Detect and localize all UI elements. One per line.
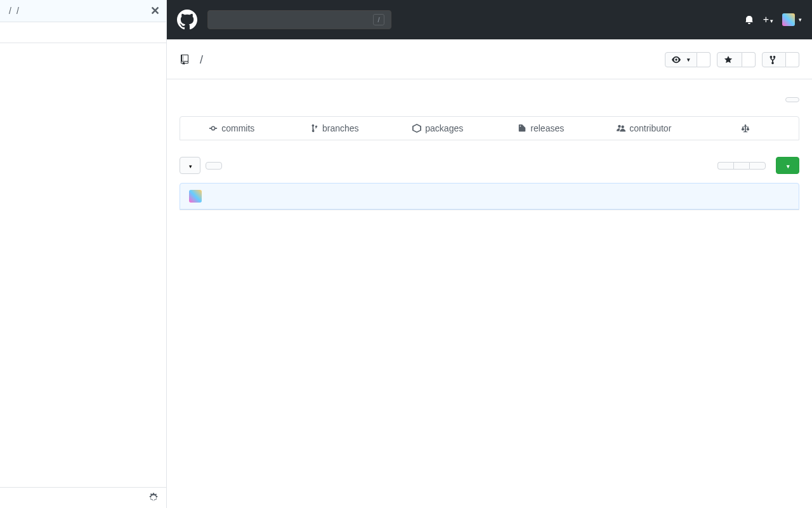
clone-download-button[interactable]: ▾ [776, 157, 799, 174]
watch-button-group: ▾ [665, 52, 710, 67]
upload-files-button[interactable] [733, 162, 749, 170]
create-new-file-button[interactable] [717, 162, 733, 170]
file-list [180, 210, 799, 210]
gitako-sidebar: / / ✕ [0, 0, 167, 508]
commit-avatar[interactable] [189, 190, 202, 203]
fork-button-group [762, 52, 799, 67]
repo-title: / [180, 53, 207, 67]
create-new-dropdown[interactable]: +▾ [763, 14, 773, 25]
github-header: / +▾ ▾ [167, 0, 812, 39]
close-icon[interactable]: ✕ [150, 4, 160, 18]
sidebar-footer [0, 487, 166, 508]
license-stat[interactable] [696, 117, 799, 140]
repo-header: / ▾ [167, 39, 812, 67]
slash-key-icon: / [373, 14, 384, 25]
notifications-icon[interactable] [744, 15, 754, 25]
releases-stat[interactable]: releases [490, 117, 593, 140]
repo-stats: commits branches packages releases contr… [180, 116, 799, 140]
edit-description-button[interactable] [785, 97, 799, 102]
fork-count[interactable] [786, 52, 799, 67]
unwatch-button[interactable]: ▾ [665, 52, 697, 67]
language-bar[interactable] [180, 140, 799, 145]
latest-commit-bar [180, 183, 799, 210]
global-search[interactable]: / [207, 10, 391, 29]
user-menu[interactable]: ▾ [782, 13, 802, 26]
packages-stat[interactable]: packages [386, 117, 490, 140]
star-count[interactable] [742, 52, 756, 67]
gear-icon[interactable] [148, 493, 159, 503]
search-input[interactable] [0, 22, 166, 43]
watch-count[interactable] [697, 52, 710, 67]
star-button-group [717, 52, 756, 67]
fork-button[interactable] [762, 52, 786, 67]
avatar [782, 13, 795, 26]
find-file-button[interactable] [749, 162, 766, 170]
repo-description [167, 79, 812, 107]
main-content: / +▾ ▾ / ▾ [167, 0, 812, 508]
file-tree [0, 43, 166, 487]
branch-select[interactable]: ▾ [180, 157, 200, 174]
star-button[interactable] [717, 52, 742, 67]
new-pull-request-button[interactable] [206, 162, 222, 170]
commits-stat[interactable]: commits [180, 117, 284, 140]
branches-stat[interactable]: branches [284, 117, 387, 140]
contributors-stat[interactable]: contributor [593, 117, 696, 140]
topics-row [167, 107, 812, 116]
github-logo-icon[interactable] [177, 10, 197, 30]
sidebar-header: / / ✕ [0, 0, 166, 22]
file-nav: ▾ ▾ [180, 157, 799, 174]
